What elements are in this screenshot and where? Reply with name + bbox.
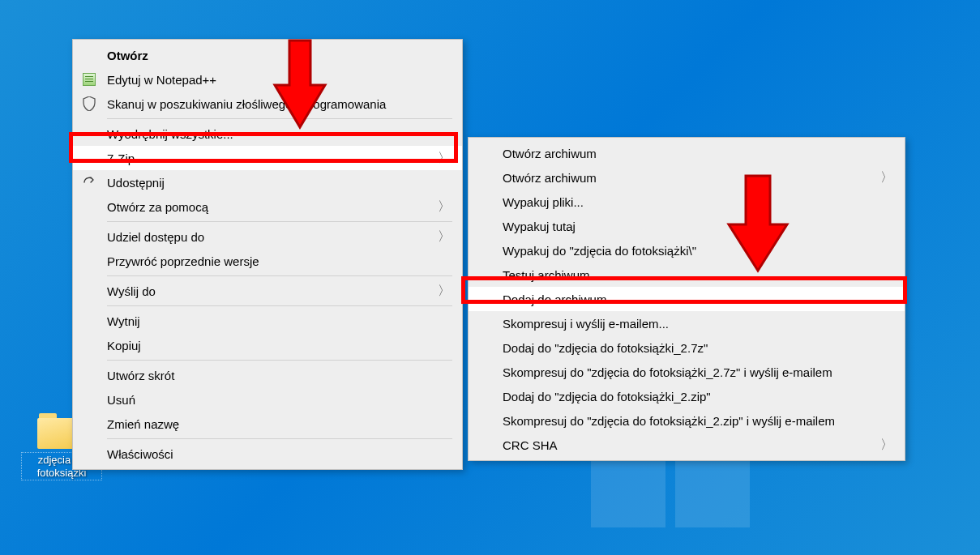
share-icon (81, 174, 97, 190)
submenu-open-archive-label: Otwórz archiwum (503, 147, 597, 160)
submenu-crc-sha-label: CRC SHA (503, 438, 558, 452)
submenu-crc-sha[interactable]: CRC SHA 〉 (469, 433, 905, 457)
submenu-add-to-zip[interactable]: Dodaj do "zdjęcia do fotoksiążki_2.zip" (469, 384, 905, 408)
menu-cut-label: Wytnij (107, 314, 140, 328)
menu-copy[interactable]: Kopiuj (73, 333, 462, 357)
menu-send-to-label: Wyślij do (107, 284, 156, 298)
submenu-add-to-archive-label: Dodaj do archiwum... (503, 292, 617, 306)
menu-create-shortcut[interactable]: Utwórz skrót (73, 363, 462, 387)
submenu-compress-7z-email-label: Skompresuj do "zdjęcia do fotoksiążki_2.… (503, 365, 832, 379)
menu-edit-notepad[interactable]: Edytuj w Notepad++ (73, 67, 462, 92)
menu-give-access[interactable]: Udziel dostępu do 〉 (73, 224, 462, 249)
menu-share-label: Udostępnij (107, 176, 165, 190)
submenu-add-to-archive[interactable]: Dodaj do archiwum... (469, 287, 905, 311)
menu-open-with-label: Otwórz za pomocą (107, 200, 208, 214)
menu-open-with[interactable]: Otwórz za pomocą 〉 (73, 194, 462, 219)
submenu-compress-email-label: Skompresuj i wyślij e-mailem... (503, 317, 669, 331)
submenu-add-to-7z[interactable]: Dodaj do "zdjęcia do fotoksiążki_2.7z" (469, 335, 905, 360)
menu-open[interactable]: Otwórz (73, 43, 462, 67)
menu-create-shortcut-label: Utwórz skrót (107, 369, 174, 382)
menu-copy-label: Kopiuj (107, 339, 141, 352)
chevron-right-icon: 〉 (438, 199, 451, 216)
submenu-extract-files-label: Wypakuj pliki... (503, 195, 584, 209)
submenu-open-archive[interactable]: Otwórz archiwum (469, 141, 905, 165)
menu-share[interactable]: Udostępnij (73, 170, 462, 194)
separator (107, 438, 452, 439)
menu-scan-malware[interactable]: Skanuj w poszukiwaniu złośliwego oprogra… (73, 92, 462, 116)
menu-edit-notepad-label: Edytuj w Notepad++ (107, 73, 216, 87)
chevron-right-icon: 〉 (880, 437, 893, 454)
menu-restore-previous-label: Przywróć poprzednie wersje (107, 254, 259, 268)
separator (107, 275, 452, 276)
chevron-right-icon: 〉 (880, 169, 893, 186)
context-menu-main: Otwórz Edytuj w Notepad++ Skanuj w poszu… (72, 39, 463, 470)
submenu-extract-here-label: Wypakuj tutaj (503, 220, 576, 233)
submenu-compress-email[interactable]: Skompresuj i wyślij e-mailem... (469, 311, 905, 335)
menu-scan-malware-label: Skanuj w poszukiwaniu złośliwego oprogra… (107, 97, 386, 111)
menu-delete-label: Usuń (107, 393, 135, 407)
submenu-test-archive-label: Testuj archiwum (503, 268, 590, 282)
submenu-extract-to[interactable]: Wypakuj do "zdjęcia do fotoksiążki\" (469, 238, 905, 263)
submenu-compress-zip-email-label: Skompresuj do "zdjęcia do fotoksiążki_2.… (503, 414, 835, 428)
submenu-compress-7z-email[interactable]: Skompresuj do "zdjęcia do fotoksiążki_2.… (469, 360, 905, 384)
submenu-open-archive-sub-label: Otwórz archiwum (503, 171, 597, 185)
menu-properties-label: Właściwości (107, 447, 173, 461)
menu-rename[interactable]: Zmień nazwę (73, 412, 462, 436)
chevron-right-icon: 〉 (438, 150, 451, 167)
menu-7zip[interactable]: 7-Zip 〉 (73, 146, 462, 170)
menu-open-label: Otwórz (107, 49, 148, 62)
menu-7zip-label: 7-Zip (107, 152, 135, 165)
menu-extract-all[interactable]: Wyodrębnij wszystkie... (73, 122, 462, 146)
submenu-test-archive[interactable]: Testuj archiwum (469, 263, 905, 287)
submenu-open-archive-sub[interactable]: Otwórz archiwum 〉 (469, 165, 905, 190)
submenu-compress-zip-email[interactable]: Skompresuj do "zdjęcia do fotoksiążki_2.… (469, 408, 905, 433)
notepad-icon (81, 71, 97, 88)
menu-cut[interactable]: Wytnij (73, 309, 462, 333)
menu-properties[interactable]: Właściwości (73, 442, 462, 466)
submenu-add-to-7z-label: Dodaj do "zdjęcia do fotoksiążki_2.7z" (503, 341, 708, 355)
context-menu-7zip: Otwórz archiwum Otwórz archiwum 〉 Wypaku… (468, 137, 905, 461)
menu-give-access-label: Udziel dostępu do (107, 230, 204, 244)
menu-extract-all-label: Wyodrębnij wszystkie... (107, 127, 233, 141)
separator (107, 118, 452, 119)
chevron-right-icon: 〉 (438, 228, 451, 245)
menu-rename-label: Zmień nazwę (107, 417, 179, 431)
submenu-extract-to-label: Wypakuj do "zdjęcia do fotoksiążki\" (503, 244, 696, 258)
submenu-add-to-zip-label: Dodaj do "zdjęcia do fotoksiążki_2.zip" (503, 390, 711, 403)
menu-restore-previous[interactable]: Przywróć poprzednie wersje (73, 249, 462, 273)
separator (107, 221, 452, 222)
separator (107, 305, 452, 306)
chevron-right-icon: 〉 (438, 283, 451, 300)
menu-send-to[interactable]: Wyślij do 〉 (73, 279, 462, 303)
shield-icon (81, 96, 97, 112)
submenu-extract-files[interactable]: Wypakuj pliki... (469, 190, 905, 214)
separator (107, 360, 452, 361)
menu-delete[interactable]: Usuń (73, 387, 462, 412)
submenu-extract-here[interactable]: Wypakuj tutaj (469, 214, 905, 238)
